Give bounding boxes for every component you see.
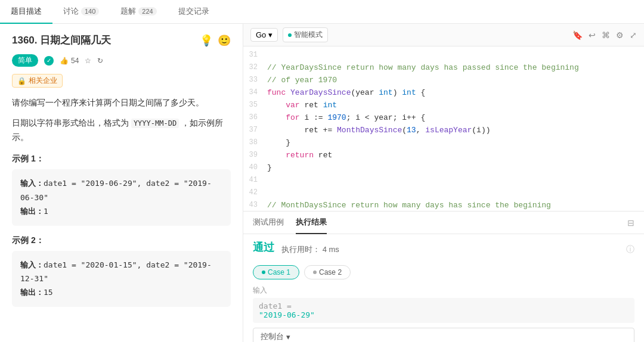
difficulty-badge: 简单: [12, 54, 38, 67]
main-layout: 1360. 日期之间隔几天 💡 🙂 简单 ✓ 👍 54 ☆ ↻ 🔒 相关企业: [0, 24, 644, 342]
code-line-43: 43 // MonthDaysSince return how many day…: [243, 199, 644, 211]
code-line-35: 35 var ret int: [243, 99, 644, 111]
lang-arrow-icon: ▾: [268, 30, 273, 39]
editor-topbar-left: Go ▾ 智能模式: [250, 27, 328, 42]
case-tab-1[interactable]: Case 1: [253, 265, 299, 279]
language-selector[interactable]: Go ▾: [250, 28, 278, 42]
code-line-39: 39 return ret: [243, 149, 644, 161]
pass-row: 通过 执行用时： 4 ms ⓘ: [253, 240, 634, 259]
code-line-37: 37 ret += MonthDaysSince(13, isLeapYear(…: [243, 124, 644, 136]
editor-topbar-right: 🔖 ↩ ⌘ ⚙ ⤢: [572, 30, 637, 40]
code-line-36: 36 for i := 1970; i < year; i++ {: [243, 111, 644, 124]
problem-title: 1360. 日期之间隔几天: [12, 33, 111, 47]
star-icon[interactable]: ☆: [85, 57, 91, 65]
code-editor[interactable]: 31 32 // YearDaysSince return how many d…: [243, 46, 644, 211]
example1-title: 示例 1：: [12, 154, 231, 164]
settings-icon[interactable]: ⚙: [616, 30, 624, 40]
smart-mode-toggle[interactable]: 智能模式: [283, 27, 328, 42]
top-navigation: 题目描述 讨论 140 题解 224 提交记录: [0, 0, 644, 24]
tab-exec-result[interactable]: 执行结果: [296, 212, 327, 234]
case-tabs: Case 1 Case 2: [253, 265, 634, 279]
undo-icon[interactable]: ↩: [589, 30, 596, 40]
problem-title-row: 1360. 日期之间隔几天 💡 🙂: [12, 33, 231, 47]
case-tab-2[interactable]: Case 2: [304, 265, 351, 279]
emoji-icon[interactable]: 🙂: [218, 34, 231, 47]
thumb-icon: 👍: [60, 57, 69, 65]
solved-icon: ✓: [44, 56, 54, 66]
expand-icon[interactable]: ⤢: [630, 30, 637, 40]
lightbulb-icon[interactable]: 💡: [200, 34, 213, 47]
problem-description: 请你编写一个程序来计算两个日期之间隔了多少天。: [12, 96, 231, 110]
input-key: date1 =: [259, 301, 628, 310]
command-icon[interactable]: ⌘: [602, 30, 610, 40]
tab-submissions[interactable]: 提交记录: [168, 0, 220, 24]
tab-test-cases[interactable]: 测试用例: [253, 212, 284, 234]
left-panel: 1360. 日期之间隔几天 💡 🙂 简单 ✓ 👍 54 ☆ ↻ 🔒 相关企业: [0, 24, 243, 342]
tab-discussion[interactable]: 讨论 140: [52, 0, 110, 24]
editor-topbar: Go ▾ 智能模式 🔖 ↩ ⌘ ⚙ ⤢: [243, 24, 644, 46]
case1-dot: [262, 271, 265, 274]
enterprise-tag[interactable]: 🔒 相关企业: [12, 74, 63, 88]
exec-time: 执行用时： 4 ms: [281, 244, 339, 255]
bottom-panel: 测试用例 执行结果 ⊟ 通过 执行用时：: [243, 211, 644, 342]
input-val: "2019-06-29": [259, 310, 628, 319]
right-panel: Go ▾ 智能模式 🔖 ↩ ⌘ ⚙ ⤢ 31: [243, 24, 644, 342]
code-line-42: 42: [243, 186, 644, 199]
code-line-31: 31: [243, 49, 644, 61]
code-line-32: 32 // YearDaysSince return how many days…: [243, 61, 644, 74]
smart-mode-dot: [288, 33, 292, 37]
result-area: 通过 执行用时： 4 ms ⓘ Case 1: [243, 234, 644, 342]
info-icon[interactable]: ⓘ: [626, 244, 634, 255]
bookmark-icon[interactable]: 🔖: [572, 30, 583, 40]
bottom-tabs: 测试用例 执行结果 ⊟: [243, 212, 644, 234]
lock-icon: 🔒: [17, 77, 26, 85]
console-button[interactable]: 控制台 ▾: [253, 328, 634, 342]
example2-title: 示例 2：: [12, 235, 231, 246]
input-value-box: date1 = "2019-06-29": [253, 298, 634, 323]
share-icon[interactable]: ↻: [97, 57, 103, 65]
code-line-34: 34 func YearDaysSince(year int) int {: [243, 86, 644, 99]
bottom-tabs-left: 测试用例 执行结果: [253, 212, 327, 234]
input-label: 输入: [253, 285, 634, 296]
case2-dot: [313, 271, 317, 274]
title-icons: 💡 🙂: [200, 34, 231, 47]
tab-solutions[interactable]: 题解 224: [110, 0, 167, 24]
problem-description-2: 日期以字符串形式给出，格式为 YYYY-MM-DD ，如示例所示。: [12, 116, 231, 145]
example1-box: 输入：date1 = "2019-06-29", date2 = "2019-0…: [12, 169, 231, 225]
code-line-41: 41: [243, 174, 644, 186]
code-line-38: 38 }: [243, 136, 644, 149]
bottom-tab-action[interactable]: ⊟: [627, 218, 634, 228]
likes-count[interactable]: 👍 54: [60, 57, 79, 65]
tab-problem-desc[interactable]: 题目描述: [0, 0, 52, 24]
example2-box: 输入：date1 = "2020-01-15", date2 = "2019-1…: [12, 251, 231, 307]
code-line-40: 40 }: [243, 161, 644, 174]
problem-meta: 简单 ✓ 👍 54 ☆ ↻: [12, 54, 231, 67]
code-line-33: 33 // of year 1970: [243, 74, 644, 86]
pass-status: 通过: [253, 240, 274, 254]
